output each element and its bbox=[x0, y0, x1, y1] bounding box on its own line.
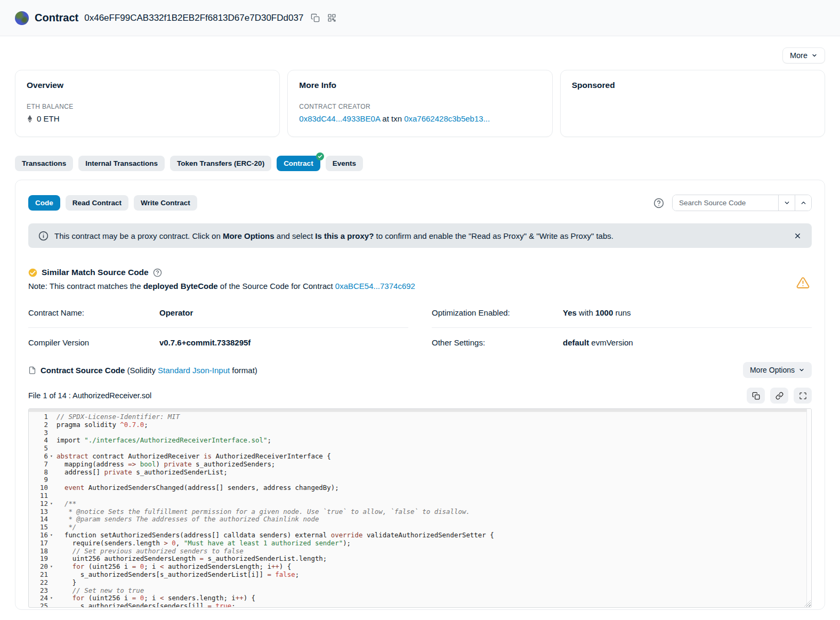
code-line: 4import "./interfaces/AuthorizedReceiver… bbox=[29, 437, 811, 445]
file-info: File 1 of 14 : AuthorizedReceiver.sol bbox=[28, 391, 151, 400]
matched-contract-link[interactable]: 0xaBCE54...7374c692 bbox=[335, 281, 415, 291]
source-code-heading: Contract Source Code (Solidity Standard … bbox=[28, 366, 257, 375]
source-code-viewer[interactable]: 1// SPDX-License-Identifier: MIT2pragma … bbox=[28, 408, 812, 608]
code-line: 5 bbox=[29, 445, 811, 453]
chevron-down-icon bbox=[798, 367, 805, 373]
code-line: 9 bbox=[29, 476, 811, 484]
close-icon[interactable] bbox=[794, 232, 802, 240]
code-line: 22 } bbox=[29, 579, 811, 587]
more-options-button[interactable]: More Options bbox=[743, 362, 812, 378]
code-line: 11 bbox=[29, 492, 811, 500]
tab-transactions[interactable]: Transactions bbox=[15, 156, 73, 171]
tab-contract[interactable]: Contract bbox=[277, 156, 320, 171]
similar-match-section: Similar Match Source Code Note: This con… bbox=[28, 268, 812, 291]
search-previous-button[interactable] bbox=[795, 195, 811, 211]
code-line: 2pragma solidity ^0.7.0; bbox=[29, 421, 811, 429]
subtab-code[interactable]: Code bbox=[28, 195, 60, 211]
help-icon[interactable] bbox=[653, 198, 664, 208]
code-line: 24▾ for (uint256 i = 0; i < senders.leng… bbox=[29, 594, 811, 602]
code-line: 10 event AuthorizedSendersChanged(addres… bbox=[29, 484, 811, 492]
eth-balance-value: 0 ETH bbox=[37, 114, 60, 123]
more-info-card: More Info CONTRACT CREATOR 0x83dC44...49… bbox=[287, 70, 552, 137]
contract-panel: Code Read Contract Write Contract This c… bbox=[15, 180, 825, 610]
code-line: 21 s_authorizedSenders[s_authorizedSende… bbox=[29, 571, 811, 579]
more-button[interactable]: More bbox=[782, 47, 825, 63]
contract-name-label: Contract Name: bbox=[28, 308, 159, 317]
tab-bar: Transactions Internal Transactions Token… bbox=[0, 137, 840, 171]
chevron-down-icon bbox=[784, 199, 790, 206]
subtab-write-contract[interactable]: Write Contract bbox=[134, 195, 197, 211]
compiler-version-label: Compiler Version bbox=[28, 338, 159, 347]
code-line: 19 uint256 authorizedSendersLength = s_a… bbox=[29, 555, 811, 563]
code-line: 7 mapping(address => bool) private s_aut… bbox=[29, 461, 811, 469]
similar-match-note: Note: This contract matches the deployed… bbox=[28, 281, 812, 291]
json-format-link[interactable]: Standard Json-Input bbox=[158, 366, 230, 375]
info-icon bbox=[38, 231, 49, 241]
eth-balance-label: ETH BALANCE bbox=[27, 103, 268, 110]
code-line: 14 * @param senders The addresses of the… bbox=[29, 516, 811, 524]
code-line: 25 s_authorizedSenders[senders[i]] = tru… bbox=[29, 602, 811, 608]
similar-match-title: Similar Match Source Code bbox=[42, 268, 149, 277]
more-button-label: More bbox=[790, 51, 807, 60]
subtab-read-contract[interactable]: Read Contract bbox=[66, 195, 128, 211]
more-info-card-title: More Info bbox=[299, 80, 540, 90]
creator-address-link[interactable]: 0x83dC44...4933BE0A bbox=[299, 114, 380, 123]
other-settings-label: Other Settings: bbox=[432, 338, 563, 347]
code-line: 18 // Set previous authorized senders to… bbox=[29, 547, 811, 555]
tab-contract-label: Contract bbox=[284, 159, 313, 167]
overview-card-title: Overview bbox=[27, 80, 268, 90]
search-source-code-input[interactable] bbox=[673, 195, 778, 211]
code-line: 3 bbox=[29, 429, 811, 437]
code-line: 23 // Set new to true bbox=[29, 587, 811, 595]
chevron-up-icon bbox=[800, 199, 807, 206]
copy-address-icon[interactable] bbox=[311, 13, 320, 22]
sponsored-card-title: Sponsored bbox=[572, 80, 813, 90]
more-options-label: More Options bbox=[750, 366, 795, 374]
file-icon bbox=[28, 366, 36, 374]
sponsored-card: Sponsored bbox=[560, 70, 825, 137]
code-lines: 1// SPDX-License-Identifier: MIT2pragma … bbox=[29, 412, 811, 608]
contract-creator-label: CONTRACT CREATOR bbox=[299, 103, 540, 110]
code-line: 16▾ function setAuthorizedSenders(addres… bbox=[29, 532, 811, 540]
chevron-down-icon bbox=[811, 52, 818, 59]
creation-txn-link[interactable]: 0xa7662428c3b5eb13... bbox=[404, 114, 490, 123]
contract-name-value: Operator bbox=[159, 308, 193, 317]
search-next-button[interactable] bbox=[778, 195, 795, 211]
code-line: 8 address[] private s_authorizedSenderLi… bbox=[29, 469, 811, 477]
optimization-label: Optimization Enabled: bbox=[432, 308, 563, 317]
fullscreen-icon[interactable] bbox=[794, 388, 812, 404]
verification-details: Contract Name: Operator Compiler Version… bbox=[28, 303, 812, 350]
ethereum-icon bbox=[27, 115, 33, 123]
copy-source-icon[interactable] bbox=[747, 388, 765, 404]
code-line: 13 * @notice Sets the fulfillment permis… bbox=[29, 508, 811, 516]
at-txn-text: at txn bbox=[380, 114, 404, 123]
proxy-notice-text: This contract may be a proxy contract. C… bbox=[54, 231, 613, 240]
page-header: Contract 0x46eFF99CAB332f1B2EB2Ff6813D67… bbox=[0, 0, 840, 36]
code-line: 6▾abstract contract AuthorizedReceiver i… bbox=[29, 453, 811, 461]
code-line: 20▾ for (uint256 i = 0; i < authorizedSe… bbox=[29, 563, 811, 571]
overview-card: Overview ETH BALANCE 0 ETH bbox=[15, 70, 280, 137]
qr-code-icon[interactable] bbox=[327, 13, 336, 22]
warning-icon bbox=[796, 276, 810, 289]
page-title: Contract bbox=[35, 12, 78, 24]
code-line: 1// SPDX-License-Identifier: MIT bbox=[29, 413, 811, 421]
permalink-icon[interactable] bbox=[770, 388, 788, 404]
similar-match-check-icon bbox=[28, 268, 37, 277]
code-line: 15 */ bbox=[29, 524, 811, 532]
tab-internal-transactions[interactable]: Internal Transactions bbox=[78, 156, 165, 171]
tab-events[interactable]: Events bbox=[326, 156, 363, 171]
code-line: 12▾ /** bbox=[29, 500, 811, 508]
question-icon[interactable] bbox=[153, 268, 162, 277]
optimization-value: Yes with 1000 runs bbox=[563, 308, 631, 317]
tab-token-transfers[interactable]: Token Transfers (ERC-20) bbox=[170, 156, 271, 171]
code-scrollbar-vertical[interactable] bbox=[806, 409, 811, 607]
verified-check-icon bbox=[316, 152, 324, 160]
contract-avatar-icon bbox=[15, 11, 29, 25]
code-line: 17 require(senders.length > 0, "Must hav… bbox=[29, 540, 811, 547]
compiler-version-value: v0.7.6+commit.7338295f bbox=[159, 338, 251, 347]
contract-address: 0x46eFF99CAB332f1B2EB2Ff6813D67e7D30FDd0… bbox=[84, 13, 303, 23]
other-settings-value: default evmVersion bbox=[563, 338, 633, 347]
proxy-notice-banner: This contract may be a proxy contract. C… bbox=[28, 223, 812, 248]
